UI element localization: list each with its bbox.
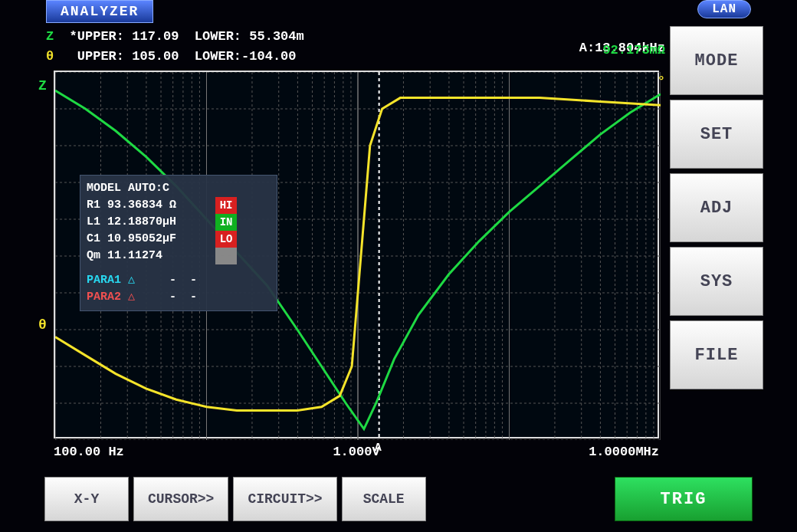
- y-axis-z-label: Z: [38, 78, 47, 94]
- z-axis-letter: Z: [46, 29, 54, 44]
- theta-lower-value: -104.00: [241, 49, 296, 64]
- circuit-button[interactable]: CIRCUIT>>: [233, 477, 336, 521]
- x-tick-start: 100.00 Hz: [54, 445, 124, 459]
- model-title: MODEL AUTO:C: [87, 180, 271, 197]
- side-button-column: MODE SET ADJ SYS FILE: [670, 26, 763, 389]
- mode-tab[interactable]: ANALYZER: [46, 0, 153, 23]
- mode-button[interactable]: MODE: [670, 26, 763, 95]
- triangle-icon: △: [128, 289, 135, 306]
- status-tag: LO: [215, 231, 237, 248]
- model-param-row: R1 93.36834 Ω HI: [87, 197, 271, 214]
- theta-upper-value: 105.00: [132, 49, 179, 64]
- top-bar: ANALYZER LAN: [0, 0, 797, 23]
- x-tick-end: 1.0000MHz: [589, 445, 659, 459]
- model-param-row: C1 10.95052µF LO: [87, 231, 271, 248]
- xy-button[interactable]: X-Y: [44, 477, 129, 521]
- connection-badge: LAN: [697, 0, 751, 18]
- triangle-icon: △: [128, 272, 135, 289]
- cursor-a-marker: A: [375, 442, 382, 455]
- theta-lower-label: LOWER:: [195, 49, 241, 64]
- trig-button[interactable]: TRIG: [615, 477, 753, 521]
- z-lower-label: LOWER:: [195, 29, 241, 44]
- set-button[interactable]: SET: [670, 100, 763, 169]
- cursor-a-label: A:: [579, 41, 595, 55]
- y-axis-theta-label: θ: [38, 317, 47, 333]
- model-param-row: Qm 11.11274 --: [87, 248, 271, 264]
- theta-axis-letter: θ: [46, 49, 54, 64]
- x-axis-ticks: 100.00 Hz 1.000V 1.0000MHz: [54, 445, 659, 459]
- para1-value: - -: [169, 272, 197, 289]
- para2-value: - -: [169, 289, 197, 306]
- model-param-row: L1 12.18870µH IN: [87, 214, 271, 231]
- status-tag: IN: [215, 214, 237, 231]
- bottom-button-row: X-Y CURSOR>> CIRCUIT>> SCALE: [44, 477, 426, 521]
- cursor-button[interactable]: CURSOR>>: [133, 477, 228, 521]
- sys-button[interactable]: SYS: [670, 247, 763, 316]
- cursor-readout: A:13.804kHz 92.173mΩ 14.325 °: [548, 26, 665, 77]
- scale-button[interactable]: SCALE: [342, 477, 426, 521]
- z-upper-value: 117.09: [132, 29, 179, 44]
- z-upper-label: *UPPER:: [70, 29, 124, 44]
- para1-label: PARA1: [87, 272, 121, 289]
- adj-button[interactable]: ADJ: [670, 173, 763, 242]
- file-button[interactable]: FILE: [670, 320, 763, 389]
- para2-label: PARA2: [87, 289, 121, 306]
- z-lower-value: 55.304m: [249, 29, 303, 44]
- status-tag: HI: [215, 197, 237, 214]
- x-tick-mid: 1.000V: [333, 445, 379, 459]
- status-tag: --: [215, 248, 237, 264]
- model-info-box: MODEL AUTO:C R1 93.36834 Ω HIL1 12.18870…: [80, 175, 277, 311]
- theta-upper-label: UPPER:: [70, 49, 124, 64]
